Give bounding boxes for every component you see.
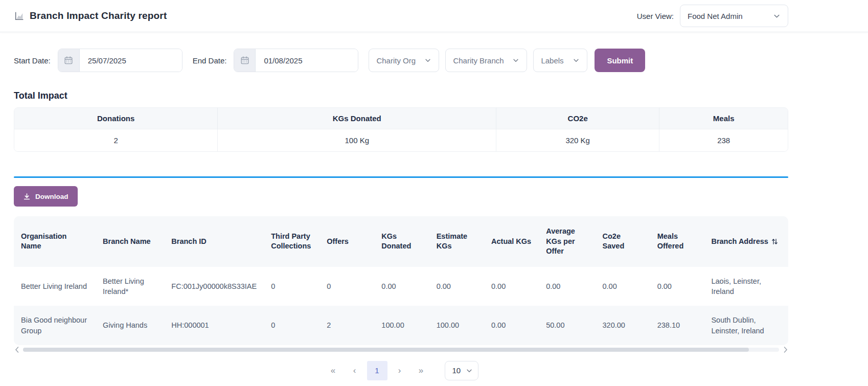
report-chart-icon (14, 11, 25, 21)
prev-page-button[interactable]: ‹ (346, 361, 364, 380)
submit-button[interactable]: Submit (595, 49, 645, 72)
pagination: « ‹ 1 › » 10 (14, 361, 788, 380)
top-bar: Branch Impact Charity report User View: … (0, 0, 868, 32)
column-header: Organisation Name (14, 216, 96, 267)
summary-value: 2 (14, 129, 218, 152)
table-cell: 0.00 (484, 267, 539, 306)
table-cell: 238.10 (650, 306, 704, 345)
scroll-left-icon[interactable] (14, 347, 20, 353)
summary-column-header: KGs Donated (218, 108, 496, 129)
charity-org-select[interactable]: Charity Org (369, 49, 439, 72)
column-header: Third Party Collections (264, 216, 319, 267)
summary-value-row: 2 100 Kg 320 Kg 238 (14, 129, 788, 152)
table-cell: Bia Good neighbour Group (14, 306, 96, 345)
labels-select[interactable]: Labels (533, 49, 587, 72)
summary-column-header: Donations (14, 108, 218, 129)
summary-value: 238 (659, 129, 788, 152)
column-header: Average KGs per Offer (539, 216, 595, 267)
download-button[interactable]: Download (14, 186, 78, 207)
table-cell: 100.00 (429, 306, 484, 345)
user-view-group: User View: Food Net Admin (637, 5, 788, 27)
column-header: Offers (319, 216, 374, 267)
table-row: Better Living Ireland Better Living Irel… (14, 267, 788, 306)
chevron-down-icon (573, 57, 580, 64)
column-header: Branch ID (164, 216, 264, 267)
table-cell: 0.00 (596, 267, 650, 306)
start-date-group (58, 49, 182, 72)
table-cell: HH:000001 (164, 306, 264, 345)
table-cell: 0.00 (374, 267, 429, 306)
start-date-label: Start Date: (14, 56, 51, 65)
table-cell: 0.00 (539, 267, 595, 306)
first-page-button[interactable]: « (324, 361, 342, 380)
chevron-down-icon (466, 367, 473, 374)
report-table: Organisation Name Branch Name Branch ID … (14, 216, 788, 345)
column-header-label: Branch Address (711, 237, 768, 247)
table-cell: 0 (264, 267, 319, 306)
summary-value: 100 Kg (218, 129, 496, 152)
labels-value: Labels (541, 56, 563, 65)
charity-branch-select[interactable]: Charity Branch (445, 49, 527, 72)
table-cell: 100.00 (374, 306, 429, 345)
sort-icon[interactable] (771, 238, 778, 245)
table-cell: Giving Hands (96, 306, 164, 345)
scrollbar-thumb[interactable] (23, 348, 749, 352)
summary-value: 320 Kg (496, 129, 659, 152)
table-cell: Better Living Ireland* (96, 267, 164, 306)
table-cell: 0.00 (650, 267, 704, 306)
summary-column-header: CO2e (496, 108, 659, 129)
table-cell: 0 (319, 267, 374, 306)
table-cell: 0 (264, 306, 319, 345)
page-size-select[interactable]: 10 (445, 361, 478, 380)
user-view-label: User View: (637, 12, 674, 20)
main-content: Start Date: End Date: (14, 49, 788, 380)
table-cell: 0.00 (484, 306, 539, 345)
calendar-icon (58, 49, 80, 72)
page-size-value: 10 (452, 366, 461, 375)
page-title: Branch Impact Charity report (30, 10, 167, 21)
table-cell: South Dublin, Leinster, Ireland (704, 306, 788, 345)
table-cell: Better Living Ireland (14, 267, 96, 306)
chevron-down-icon (424, 57, 431, 64)
column-header: Estimate KGs (429, 216, 484, 267)
table-cell: Laois, Leinster, Ireland (704, 267, 788, 306)
chevron-down-icon (512, 57, 519, 64)
column-header: KGs Donated (374, 216, 429, 267)
scrollbar-track[interactable] (23, 348, 779, 352)
charity-branch-value: Charity Branch (453, 56, 504, 65)
summary-column-header: Meals (659, 108, 788, 129)
section-divider (14, 176, 788, 178)
page-title-group: Branch Impact Charity report (14, 10, 167, 21)
table-row: Bia Good neighbour Group Giving Hands HH… (14, 306, 788, 345)
end-date-label: End Date: (193, 56, 227, 65)
user-view-value: Food Net Admin (688, 12, 743, 20)
table-cell: 0.00 (429, 267, 484, 306)
horizontal-scrollbar (14, 347, 788, 353)
download-label: Download (35, 193, 68, 200)
last-page-button[interactable]: » (412, 361, 430, 380)
calendar-icon (234, 49, 256, 72)
column-header-branch-address[interactable]: Branch Address (704, 216, 788, 267)
column-header: Branch Name (96, 216, 164, 267)
summary-header-row: Donations KGs Donated CO2e Meals (14, 108, 788, 129)
table-cell: 2 (319, 306, 374, 345)
scroll-right-icon[interactable] (782, 347, 788, 353)
column-header: Co2e Saved (596, 216, 650, 267)
column-header: Meals Offered (650, 216, 704, 267)
table-header-row: Organisation Name Branch Name Branch ID … (14, 216, 788, 267)
total-impact-heading: Total Impact (14, 90, 788, 101)
table-cell: FC:001Jy00000k8S33IAE (164, 267, 264, 306)
page-number-button[interactable]: 1 (367, 361, 387, 380)
charity-org-value: Charity Org (376, 56, 416, 65)
start-date-input[interactable] (80, 49, 182, 72)
end-date-input[interactable] (256, 49, 358, 72)
download-icon (23, 193, 31, 200)
total-impact-table: Donations KGs Donated CO2e Meals 2 100 K… (14, 107, 788, 152)
table-cell: 320.00 (596, 306, 650, 345)
end-date-group (234, 49, 358, 72)
user-view-select[interactable]: Food Net Admin (680, 5, 788, 27)
column-header: Actual KGs (484, 216, 539, 267)
table-cell: 50.00 (539, 306, 595, 345)
next-page-button[interactable]: › (391, 361, 409, 380)
filter-bar: Start Date: End Date: (14, 49, 788, 72)
